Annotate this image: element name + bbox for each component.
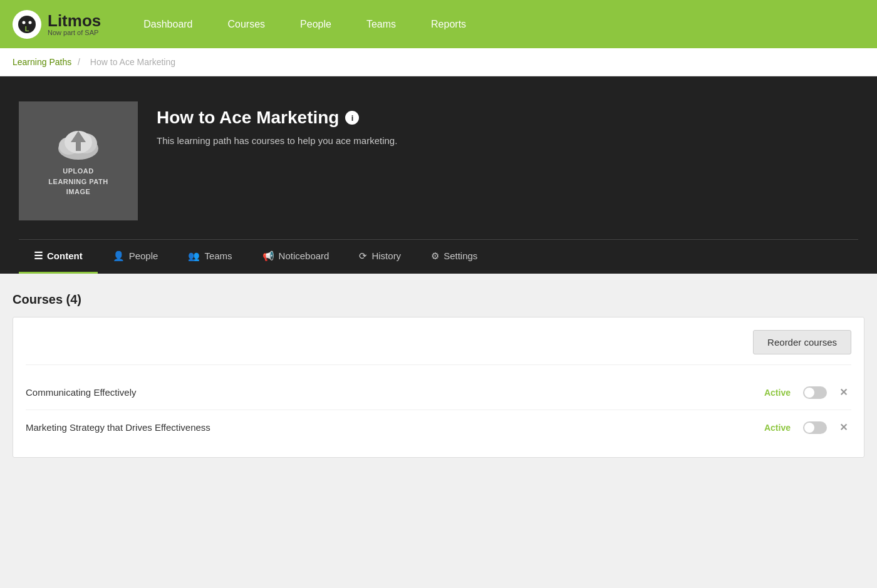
table-row: Marketing Strategy that Drives Effective… [26,410,851,445]
gear-icon: ⚙ [431,250,439,262]
person-icon: 👤 [113,250,125,262]
course-name: Communicating Effectively [26,387,753,398]
tab-history[interactable]: ⟳ History [344,240,416,274]
courses-section-title: Courses (4) [13,292,864,307]
tab-history-label: History [371,250,401,261]
tab-bar: ☰ Content 👤 People 👥 Teams 📢 Noticeboard… [19,239,858,274]
table-row: Communicating Effectively Active ✕ [26,375,851,410]
upload-image-button[interactable]: UPLOAD LEARNING PATH IMAGE [19,101,138,220]
tab-noticeboard-label: Noticeboard [279,250,330,261]
tab-content-label: Content [47,250,83,261]
tab-settings[interactable]: ⚙ Settings [416,240,492,274]
team-icon: 👥 [188,250,200,262]
breadcrumb: Learning Paths / How to Ace Marketing [0,48,877,76]
breadcrumb-current: How to Ace Marketing [90,57,175,67]
tab-content[interactable]: ☰ Content [19,240,98,274]
nav-link-dashboard[interactable]: Dashboard [126,0,210,48]
nav-links: Dashboard Courses People Teams Reports [126,0,484,48]
breadcrumb-parent[interactable]: Learning Paths [13,57,71,67]
upload-label: UPLOAD LEARNING PATH IMAGE [48,166,108,197]
reorder-courses-button[interactable]: Reorder courses [753,330,851,354]
logo-text: Litmos Now part of SAP [48,13,101,36]
top-navigation: L Litmos Now part of SAP Dashboard Cours… [0,0,877,48]
tab-people-label: People [129,250,158,261]
hero-title-area: How to Ace Marketing i [157,108,397,128]
tab-noticeboard[interactable]: 📢 Noticeboard [247,240,345,274]
svg-point-2 [29,21,32,24]
remove-course-button[interactable]: ✕ [836,385,851,400]
course-toggle[interactable] [803,421,827,434]
logo-subtitle: Now part of SAP [48,29,101,36]
remove-course-button[interactable]: ✕ [836,420,851,435]
course-toggle[interactable] [803,386,827,399]
history-icon: ⟳ [359,250,367,262]
logo-icon: L [13,10,41,39]
nav-link-reports[interactable]: Reports [413,0,484,48]
nav-link-courses[interactable]: Courses [210,0,283,48]
svg-point-1 [23,21,26,24]
tab-teams[interactable]: 👥 Teams [173,240,247,274]
courses-box: Reorder courses Communicating Effectivel… [13,317,864,458]
tab-people[interactable]: 👤 People [98,240,174,274]
learning-path-title: How to Ace Marketing [157,108,339,128]
nav-link-people[interactable]: People [283,0,349,48]
hero-description: This learning path has courses to help y… [157,135,397,146]
course-name: Marketing Strategy that Drives Effective… [26,422,753,433]
hero-section: UPLOAD LEARNING PATH IMAGE How to Ace Ma… [0,76,877,274]
logo[interactable]: L Litmos Now part of SAP [13,10,101,39]
megaphone-icon: 📢 [262,250,274,262]
tab-teams-label: Teams [204,250,232,261]
breadcrumb-separator: / [78,57,80,67]
reorder-row: Reorder courses [26,330,851,365]
list-icon: ☰ [34,250,43,262]
svg-text:L: L [25,25,29,33]
nav-link-teams[interactable]: Teams [349,0,413,48]
main-content: Courses (4) Reorder courses Communicatin… [0,274,877,477]
hero-info: How to Ace Marketing i This learning pat… [157,101,397,146]
logo-title: Litmos [48,13,101,29]
course-status: Active [753,423,791,433]
tab-settings-label: Settings [444,250,477,261]
info-icon[interactable]: i [345,111,359,125]
course-status: Active [753,388,791,398]
